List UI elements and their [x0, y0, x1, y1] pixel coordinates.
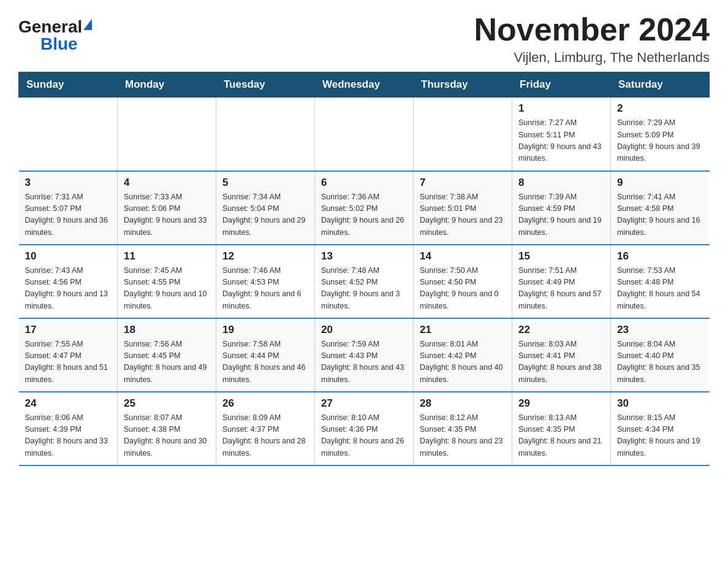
logo-triangle-icon — [83, 19, 92, 30]
day-info: Sunrise: 7:48 AMSunset: 4:52 PMDaylight:… — [321, 265, 407, 313]
weekday-header-row: SundayMondayTuesdayWednesdayThursdayFrid… — [19, 72, 710, 98]
day-number: 11 — [124, 250, 210, 262]
calendar-cell: 7Sunrise: 7:38 AMSunset: 5:01 PMDaylight… — [414, 171, 512, 245]
calendar-week-row: 17Sunrise: 7:55 AMSunset: 4:47 PMDayligh… — [19, 318, 710, 392]
calendar-cell: 21Sunrise: 8:01 AMSunset: 4:42 PMDayligh… — [414, 318, 512, 392]
calendar-cell: 4Sunrise: 7:33 AMSunset: 5:06 PMDaylight… — [118, 171, 216, 245]
day-info: Sunrise: 7:34 AMSunset: 5:04 PMDaylight:… — [222, 191, 308, 239]
day-info: Sunrise: 7:31 AMSunset: 5:07 PMDaylight:… — [25, 191, 112, 239]
day-number: 22 — [518, 324, 604, 336]
logo-blue-text: Blue — [40, 36, 78, 53]
day-info: Sunrise: 8:06 AMSunset: 4:39 PMDaylight:… — [25, 412, 112, 460]
weekday-header-saturday: Saturday — [611, 72, 710, 98]
title-block: November 2024 Vijlen, Limburg, The Nethe… — [474, 12, 710, 66]
logo: General Blue — [18, 18, 92, 53]
calendar-cell: 19Sunrise: 7:58 AMSunset: 4:44 PMDayligh… — [216, 318, 315, 392]
calendar-cell — [216, 98, 315, 171]
day-info: Sunrise: 8:12 AMSunset: 4:35 PMDaylight:… — [420, 412, 506, 460]
day-info: Sunrise: 7:39 AMSunset: 4:59 PMDaylight:… — [518, 191, 604, 239]
weekday-header-thursday: Thursday — [414, 72, 512, 98]
day-number: 5 — [222, 177, 308, 189]
day-number: 29 — [518, 397, 604, 410]
weekday-header-friday: Friday — [512, 72, 611, 98]
day-number: 16 — [617, 250, 703, 262]
day-info: Sunrise: 8:04 AMSunset: 4:40 PMDaylight:… — [617, 339, 703, 386]
day-info: Sunrise: 7:56 AMSunset: 4:45 PMDaylight:… — [124, 339, 210, 386]
day-info: Sunrise: 8:01 AMSunset: 4:42 PMDaylight:… — [420, 339, 506, 386]
calendar-cell: 11Sunrise: 7:45 AMSunset: 4:55 PMDayligh… — [118, 245, 216, 318]
logo-general-text: General — [18, 18, 82, 36]
day-number: 3 — [25, 177, 112, 189]
calendar-cell: 28Sunrise: 8:12 AMSunset: 4:35 PMDayligh… — [414, 392, 512, 465]
day-info: Sunrise: 7:29 AMSunset: 5:09 PMDaylight:… — [617, 117, 703, 165]
calendar-cell: 1Sunrise: 7:27 AMSunset: 5:11 PMDaylight… — [512, 98, 611, 171]
day-number: 6 — [321, 177, 407, 189]
day-number: 12 — [222, 250, 308, 262]
day-number: 2 — [617, 102, 703, 115]
day-info: Sunrise: 7:55 AMSunset: 4:47 PMDaylight:… — [25, 339, 112, 386]
calendar-cell: 15Sunrise: 7:51 AMSunset: 4:49 PMDayligh… — [512, 245, 611, 318]
weekday-header-monday: Monday — [118, 72, 216, 98]
calendar-cell: 23Sunrise: 8:04 AMSunset: 4:40 PMDayligh… — [611, 318, 710, 392]
day-number: 15 — [518, 250, 604, 262]
weekday-header-tuesday: Tuesday — [216, 72, 315, 98]
calendar-cell: 16Sunrise: 7:53 AMSunset: 4:48 PMDayligh… — [611, 245, 710, 318]
calendar-cell: 18Sunrise: 7:56 AMSunset: 4:45 PMDayligh… — [118, 318, 216, 392]
calendar-week-row: 3Sunrise: 7:31 AMSunset: 5:07 PMDaylight… — [19, 171, 710, 245]
calendar-cell — [315, 98, 414, 171]
day-info: Sunrise: 7:33 AMSunset: 5:06 PMDaylight:… — [124, 191, 210, 239]
day-info: Sunrise: 8:15 AMSunset: 4:34 PMDaylight:… — [617, 412, 703, 460]
calendar-week-row: 1Sunrise: 7:27 AMSunset: 5:11 PMDaylight… — [19, 98, 710, 171]
calendar-cell: 24Sunrise: 8:06 AMSunset: 4:39 PMDayligh… — [19, 392, 118, 465]
day-info: Sunrise: 8:09 AMSunset: 4:37 PMDaylight:… — [222, 412, 308, 460]
month-title: November 2024 — [474, 12, 710, 47]
day-number: 10 — [25, 250, 112, 262]
day-number: 7 — [420, 177, 506, 189]
day-info: Sunrise: 7:53 AMSunset: 4:48 PMDaylight:… — [617, 265, 703, 313]
calendar-cell: 27Sunrise: 8:10 AMSunset: 4:36 PMDayligh… — [315, 392, 414, 465]
day-info: Sunrise: 8:07 AMSunset: 4:38 PMDaylight:… — [124, 412, 210, 460]
calendar-cell: 8Sunrise: 7:39 AMSunset: 4:59 PMDaylight… — [512, 171, 611, 245]
day-info: Sunrise: 7:36 AMSunset: 5:02 PMDaylight:… — [321, 191, 407, 239]
calendar-cell: 26Sunrise: 8:09 AMSunset: 4:37 PMDayligh… — [216, 392, 315, 465]
calendar-cell: 30Sunrise: 8:15 AMSunset: 4:34 PMDayligh… — [611, 392, 710, 465]
day-info: Sunrise: 7:50 AMSunset: 4:50 PMDaylight:… — [420, 265, 506, 313]
calendar-cell: 14Sunrise: 7:50 AMSunset: 4:50 PMDayligh… — [414, 245, 512, 318]
day-number: 21 — [420, 324, 506, 336]
day-number: 20 — [321, 324, 407, 336]
day-number: 8 — [518, 177, 604, 189]
weekday-header-sunday: Sunday — [19, 72, 118, 98]
weekday-header-wednesday: Wednesday — [315, 72, 414, 98]
calendar-cell: 10Sunrise: 7:43 AMSunset: 4:56 PMDayligh… — [19, 245, 118, 318]
calendar-cell: 29Sunrise: 8:13 AMSunset: 4:35 PMDayligh… — [512, 392, 611, 465]
day-number: 26 — [222, 397, 308, 410]
day-info: Sunrise: 7:41 AMSunset: 4:58 PMDaylight:… — [617, 191, 703, 239]
calendar-cell — [118, 98, 216, 171]
calendar-cell: 25Sunrise: 8:07 AMSunset: 4:38 PMDayligh… — [118, 392, 216, 465]
calendar-cell: 2Sunrise: 7:29 AMSunset: 5:09 PMDaylight… — [611, 98, 710, 171]
day-info: Sunrise: 7:59 AMSunset: 4:43 PMDaylight:… — [321, 339, 407, 386]
day-number: 19 — [222, 324, 308, 336]
calendar-week-row: 10Sunrise: 7:43 AMSunset: 4:56 PMDayligh… — [19, 245, 710, 318]
day-info: Sunrise: 7:38 AMSunset: 5:01 PMDaylight:… — [420, 191, 506, 239]
day-info: Sunrise: 7:46 AMSunset: 4:53 PMDaylight:… — [222, 265, 308, 313]
day-number: 30 — [617, 397, 703, 410]
day-number: 1 — [518, 102, 604, 115]
calendar-cell: 13Sunrise: 7:48 AMSunset: 4:52 PMDayligh… — [315, 245, 414, 318]
calendar-cell: 3Sunrise: 7:31 AMSunset: 5:07 PMDaylight… — [19, 171, 118, 245]
day-info: Sunrise: 7:45 AMSunset: 4:55 PMDaylight:… — [124, 265, 210, 313]
day-info: Sunrise: 7:58 AMSunset: 4:44 PMDaylight:… — [222, 339, 308, 386]
page-header: General Blue November 2024 Vijlen, Limbu… — [18, 12, 710, 66]
calendar-cell: 12Sunrise: 7:46 AMSunset: 4:53 PMDayligh… — [216, 245, 315, 318]
day-number: 17 — [25, 324, 112, 336]
day-number: 23 — [617, 324, 703, 336]
calendar-week-row: 24Sunrise: 8:06 AMSunset: 4:39 PMDayligh… — [19, 392, 710, 465]
calendar-body: 1Sunrise: 7:27 AMSunset: 5:11 PMDaylight… — [19, 98, 710, 465]
day-number: 4 — [124, 177, 210, 189]
calendar-cell — [19, 98, 118, 171]
day-number: 27 — [321, 397, 407, 410]
calendar-cell: 20Sunrise: 7:59 AMSunset: 4:43 PMDayligh… — [315, 318, 414, 392]
location-subtitle: Vijlen, Limburg, The Netherlands — [474, 50, 710, 66]
day-number: 13 — [321, 250, 407, 262]
day-number: 18 — [124, 324, 210, 336]
